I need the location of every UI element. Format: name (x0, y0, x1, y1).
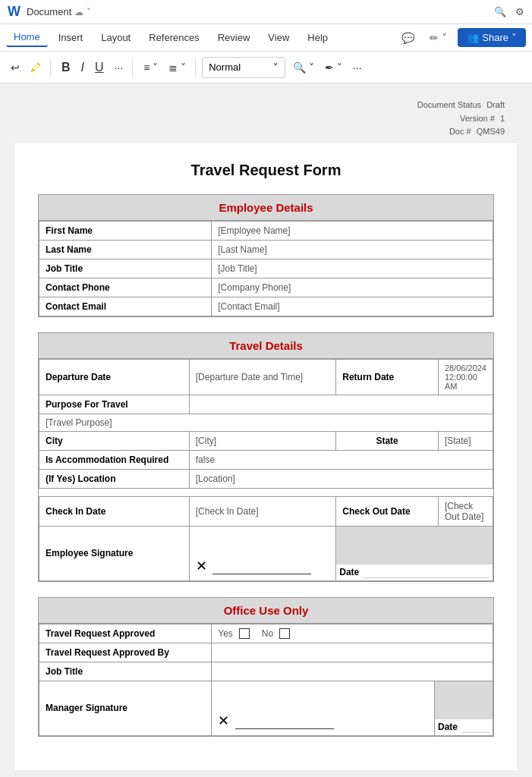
sig-box-cell: Date (336, 526, 493, 580)
title-icons: 🔍 ⚙ (494, 6, 524, 17)
menu-insert[interactable]: Insert (51, 29, 91, 46)
menu-home[interactable]: Home (6, 28, 48, 47)
bullet-list-button[interactable]: ≡ ˅ (139, 58, 162, 77)
share-button[interactable]: 👥 Share ˅ (458, 28, 526, 47)
city-label: City (39, 431, 190, 450)
manager-sig-image-box (435, 681, 493, 719)
travel-details-section: Travel Details Departure Date [Departure… (38, 332, 494, 582)
employee-details-header: Employee Details (39, 195, 493, 221)
toolbar-group-format: B I U ··· (57, 58, 133, 77)
accommodation-value[interactable]: false (189, 450, 493, 469)
manager-date-label: Date (438, 722, 458, 732)
approved-value[interactable]: Yes No (212, 624, 493, 643)
doc-label: Doc # (449, 125, 471, 139)
status-value: Draft (486, 99, 505, 112)
share-chevron: ˅ (512, 32, 517, 43)
no-checkbox-item[interactable]: No (262, 628, 290, 639)
status-label: Document Status (417, 99, 481, 112)
yes-label: Yes (218, 628, 233, 639)
return-date-value[interactable]: 28/06/2024 12:00:00 AM (438, 359, 493, 395)
comment-button[interactable]: 💬 (397, 29, 419, 47)
table-row: Check In Date [Check In Date] Check Out … (39, 496, 493, 526)
menu-bar: Home Insert Layout References Review Vie… (0, 24, 532, 52)
style-dropdown[interactable]: Normal ˅ (202, 57, 285, 78)
table-row: Job Title [Job Title] (39, 259, 493, 278)
contact-email-value[interactable]: [Contact Email] (212, 297, 493, 316)
bold-button[interactable]: B (57, 58, 75, 77)
menu-bar-right: 💬 ✏ ˅ 👥 Share ˅ (397, 28, 526, 47)
menu-view[interactable]: View (260, 29, 297, 46)
search-icon[interactable]: 🔍 (494, 6, 506, 17)
checkin-value[interactable]: [Check In Date] (189, 496, 336, 526)
yes-checkbox[interactable] (239, 628, 250, 639)
document-page: Travel Request Form Employee Details Fir… (15, 143, 517, 770)
travel-details-header: Travel Details (39, 333, 493, 359)
app-logo: W (8, 4, 20, 20)
underline-button[interactable]: U (90, 58, 109, 77)
manager-signature-row: Manager Signature ✕ Date (39, 681, 493, 735)
menu-review[interactable]: Review (210, 29, 258, 46)
date-label: Date (339, 567, 359, 577)
indent-button[interactable]: ≣ ˅ (164, 58, 190, 77)
purpose-value[interactable] (189, 395, 493, 414)
emp-sig-field[interactable]: ✕ (189, 526, 336, 580)
manager-date-row: Date (435, 719, 493, 735)
doc-save-icon: ☁ ˅ (74, 7, 90, 17)
travel-purpose-text[interactable]: [Travel Purpose] (39, 414, 493, 431)
state-value[interactable]: [State] (438, 431, 493, 450)
first-name-label: First Name (39, 221, 212, 240)
manager-sig-field[interactable]: ✕ (212, 681, 435, 735)
travel-details-table: Departure Date [Departure Date and Time]… (39, 359, 493, 581)
contact-phone-label: Contact Phone (39, 278, 212, 297)
menu-references[interactable]: References (141, 29, 206, 46)
first-name-value[interactable]: [Employee Name] (212, 221, 493, 240)
last-name-value[interactable]: [Last Name] (212, 240, 493, 259)
edit-mode-button[interactable]: ✏ ˅ (425, 29, 452, 47)
table-row: Contact Phone [Company Phone] (39, 278, 493, 297)
version-label: Version # (460, 112, 495, 126)
menu-layout[interactable]: Layout (93, 29, 138, 46)
table-row: First Name [Employee Name] (39, 221, 493, 240)
office-use-section: Office Use Only Travel Request Approved … (38, 597, 494, 737)
more-toolbar-button[interactable]: ··· (348, 58, 367, 77)
sig-image-box (336, 527, 493, 565)
location-value[interactable]: [Location] (189, 469, 493, 488)
date-value[interactable] (364, 567, 490, 578)
checkin-label: Check In Date (39, 496, 190, 526)
spacer-row (39, 488, 493, 496)
table-row: Travel Request Approved By (39, 643, 493, 662)
job-title-label: Job Title (39, 259, 212, 278)
table-row: Travel Request Approved Yes No (39, 624, 493, 643)
share-label: Share (482, 32, 508, 43)
doc-meta: Document Status Draft Version # 1 Doc # … (15, 99, 517, 139)
table-row: Purpose For Travel (39, 395, 493, 414)
search-toolbar-button[interactable]: 🔍 ˅ (288, 58, 319, 77)
job-title-value[interactable]: [Job Title] (212, 259, 493, 278)
toolbar-group-list: ≡ ˅ ≣ ˅ (139, 58, 196, 77)
pen-toolbar-button[interactable]: ✒ ˅ (320, 58, 347, 77)
approved-label: Travel Request Approved (39, 624, 212, 643)
checkout-value[interactable]: [Check Out Date] (438, 496, 493, 526)
undo-button[interactable]: ↩ (6, 58, 24, 77)
yes-checkbox-item[interactable]: Yes (218, 628, 250, 639)
no-label: No (262, 628, 273, 639)
location-label: (If Yes) Location (39, 469, 190, 488)
manager-sig-line (235, 718, 334, 729)
office-job-title-value[interactable] (212, 662, 493, 681)
highlight-button[interactable]: 🖍 (26, 58, 46, 77)
contact-phone-value[interactable]: [Company Phone] (212, 278, 493, 297)
menu-help[interactable]: Help (300, 29, 335, 46)
more-format-button[interactable]: ··· (110, 58, 128, 77)
no-checkbox[interactable] (279, 628, 290, 639)
return-date-label: Return Date (336, 359, 439, 395)
manager-sig-x-icon: ✕ (218, 713, 229, 729)
departure-date-value[interactable]: [Departure Date and Time] (189, 359, 336, 395)
style-chevron: ˅ (273, 61, 279, 73)
employee-details-table: First Name [Employee Name] Last Name [La… (39, 221, 493, 316)
italic-button[interactable]: I (77, 58, 89, 77)
manager-date-value[interactable] (462, 722, 490, 733)
approved-by-value[interactable] (212, 643, 493, 662)
city-value[interactable]: [City] (189, 431, 336, 450)
settings-icon[interactable]: ⚙ (515, 6, 524, 17)
office-use-header: Office Use Only (39, 598, 493, 624)
